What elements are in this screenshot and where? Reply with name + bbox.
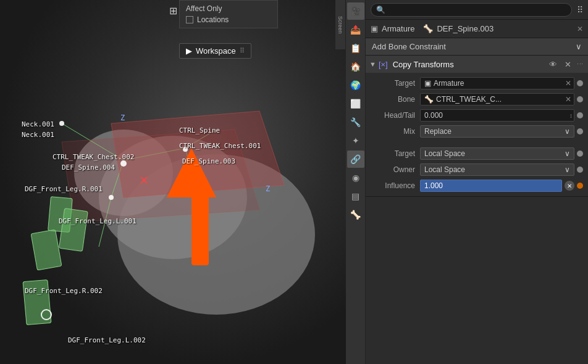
bone-label-ctrl-spine: CTRL_Spine: [179, 126, 220, 134]
bone-label-dgf-fl-l001: DGF_Front_Leg.L.001: [59, 217, 136, 225]
workspace-label: Workspace: [196, 46, 236, 56]
bone-field-row: Bone 🦴 CTRL_TWEAK_C... ✕: [371, 93, 583, 106]
bone-label-dgf-fl-r002: DGF_Front_Leg.R.002: [25, 287, 103, 295]
target-label: Target: [371, 79, 420, 88]
constraint-eye-button[interactable]: 👁: [547, 59, 560, 70]
scene-svg: Z Z (: [0, 0, 346, 364]
copy-transforms-constraint: ▼ [×] Copy Transforms 👁 ✕ ⋮ Target ▣ Arm…: [366, 56, 588, 197]
influence-label: Influence: [371, 181, 420, 190]
owner-space-dot: [577, 167, 583, 173]
space-separator: [371, 141, 583, 144]
viewport-3d[interactable]: Z Z ( Affect Only Locations ▶ Workspace …: [0, 0, 346, 364]
prop-settings-icon[interactable]: ✕: [577, 25, 583, 33]
sidebar-icon-object[interactable]: ⬜: [347, 95, 364, 112]
armature-label: Armature: [382, 24, 414, 33]
constraint-actions: 👁 ✕ ⋮: [547, 59, 584, 70]
workspace-arrow: ▶: [186, 46, 192, 56]
bone-label-dgf-fl-r001: DGF_Front_Leg.R.001: [25, 185, 103, 193]
grid-icon: ⊞: [169, 5, 177, 17]
bone-icon: 🦴: [423, 24, 433, 33]
sidebar-icon-scene[interactable]: 🏠: [347, 58, 364, 75]
bone-field-label: Bone: [371, 95, 420, 104]
bone-label-ctrl-chest2: CTRL_TWEAK_Chest.002: [52, 153, 134, 161]
workspace-section[interactable]: ▶ Workspace ⠿: [179, 43, 251, 59]
constraint-header: ▼ [×] Copy Transforms 👁 ✕ ⋮: [366, 56, 588, 73]
locations-checkbox[interactable]: [186, 16, 193, 23]
bone-label-neck001a: Neck.001: [22, 120, 54, 128]
influence-value-text: 1.000: [424, 181, 443, 190]
target-space-dot: [577, 151, 583, 157]
target-value-text: Armature: [434, 79, 464, 88]
properties-panel: ⠿ ▣ Armature 🦴 DEF_Spine.003 ✕ Add Bone …: [366, 0, 588, 364]
screen-label: Screen: [335, 0, 345, 49]
influence-value[interactable]: 1.000: [420, 180, 562, 192]
constraint-type-icon: [×]: [379, 60, 388, 69]
target-icon: ▣: [424, 79, 431, 88]
head-tail-dot: [577, 112, 583, 118]
target-space-value-text: Local Space: [424, 149, 465, 158]
constraint-close-button[interactable]: ✕: [562, 59, 574, 70]
target-space-chevron: ∨: [565, 149, 570, 158]
head-tail-label: Head/Tail: [371, 111, 420, 120]
constraint-body: Target ▣ Armature ✕ Bone 🦴 CTRL_TWEAK_C.…: [366, 73, 588, 196]
owner-space-chevron: ∨: [565, 165, 570, 174]
bone-dot: [577, 96, 583, 102]
bone-name-label: DEF_Spine.003: [437, 24, 494, 33]
add-constraint-chevron: ∨: [576, 42, 582, 51]
properties-dots: ⠿: [577, 5, 583, 15]
sidebar-icon-view[interactable]: 📋: [347, 39, 364, 57]
bone-label-def-spine4: DEF_Spine.004: [62, 163, 115, 172]
owner-space-value-text: Local Space: [424, 165, 465, 174]
add-constraint-label: Add Bone Constraint: [372, 42, 446, 51]
sidebar-icon-modifier[interactable]: 🔧: [347, 114, 364, 131]
svg-text:Z: Z: [120, 114, 125, 122]
bone-label-neck001b: Neck.001: [22, 131, 54, 139]
mix-label: Mix: [371, 127, 420, 136]
bone-label-dgf-fl-l002: DGF_Front_Leg.L.002: [68, 336, 146, 344]
bone-label-ctrl-chest1: CTRL_TWEAK_Chest.001: [179, 142, 261, 150]
affect-only-panel: Affect Only Locations: [179, 0, 278, 28]
add-bone-constraint-button[interactable]: Add Bone Constraint ∨: [366, 38, 588, 56]
influence-clear-button[interactable]: ✕: [565, 181, 574, 191]
svg-point-19: [109, 195, 114, 200]
constraint-name: Copy Transforms: [390, 60, 544, 69]
target-space-field-row: Target Local Space ∨: [371, 147, 583, 160]
bone-field-value[interactable]: 🦴 CTRL_TWEAK_C... ✕: [420, 93, 574, 105]
bone-clear-button[interactable]: ✕: [564, 95, 573, 104]
properties-header: ⠿: [366, 0, 588, 20]
target-space-dropdown[interactable]: Local Space ∨: [420, 147, 574, 160]
locations-label: Locations: [197, 15, 229, 24]
workspace-dots: ⠿: [240, 47, 245, 55]
svg-point-16: [120, 160, 127, 167]
mix-chevron: ∨: [565, 127, 570, 136]
sidebar-icon-render[interactable]: 🎥: [347, 2, 364, 20]
target-value[interactable]: ▣ Armature ✕: [420, 77, 574, 89]
sidebar-icon-data[interactable]: ▤: [347, 188, 364, 205]
bone-field-icon: 🦴: [424, 95, 434, 104]
target-dot: [577, 80, 583, 86]
head-tail-value[interactable]: 0.000 ↕: [420, 109, 574, 122]
influence-field-row: Influence 1.000 ✕: [371, 179, 583, 192]
sidebar-icon-physics[interactable]: 🔗: [347, 151, 364, 168]
head-tail-action: ↕: [569, 112, 573, 119]
bone-label-def-spine3: DEF_Spine.003: [182, 157, 235, 165]
bone-value-text: CTRL_TWEAK_C...: [436, 95, 502, 104]
influence-dot: [577, 183, 583, 189]
svg-text:Z: Z: [266, 184, 270, 193]
svg-rect-25: [191, 191, 209, 265]
sidebar-icon-output[interactable]: 📤: [347, 21, 364, 38]
sidebar-icon-world[interactable]: 🌍: [347, 77, 364, 94]
target-clear-button[interactable]: ✕: [564, 79, 573, 88]
owner-space-dropdown[interactable]: Local Space ∨: [420, 163, 574, 176]
armature-icon: ▣: [371, 24, 378, 33]
owner-space-label: Owner: [371, 165, 420, 174]
svg-point-18: [59, 121, 64, 126]
constraint-toggle[interactable]: ▼: [369, 60, 376, 68]
sidebar-icon-bone[interactable]: 🦴: [347, 206, 364, 223]
mix-dropdown[interactable]: Replace ∨: [420, 125, 574, 138]
properties-search[interactable]: [371, 3, 572, 17]
mix-value-text: Replace: [424, 127, 452, 136]
sidebar-strip: 🎥 📤 📋 🏠 🌍 ⬜ 🔧 ✦ 🔗 ◉ ▤ 🦴: [346, 0, 366, 364]
sidebar-icon-particles[interactable]: ✦: [347, 132, 364, 149]
sidebar-icon-material[interactable]: ◉: [347, 169, 364, 186]
